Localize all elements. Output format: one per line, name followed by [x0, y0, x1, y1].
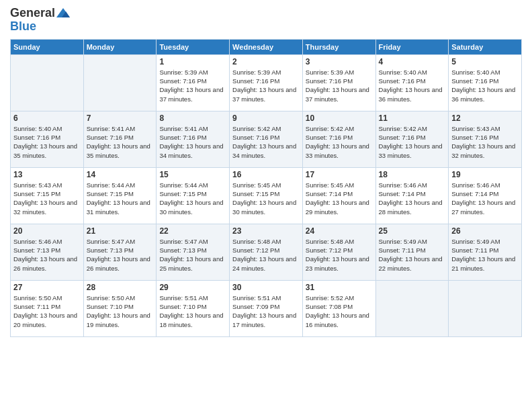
calendar-day-cell: 13Sunrise: 5:43 AMSunset: 7:15 PMDayligh… — [11, 167, 84, 224]
calendar-day-header: Friday — [375, 39, 449, 54]
calendar-day-cell: 19Sunrise: 5:46 AMSunset: 7:14 PMDayligh… — [449, 167, 522, 224]
calendar-day-cell: 22Sunrise: 5:47 AMSunset: 7:13 PMDayligh… — [157, 224, 230, 280]
calendar-day-cell: 17Sunrise: 5:45 AMSunset: 7:14 PMDayligh… — [302, 167, 375, 224]
day-info: Sunrise: 5:47 AMSunset: 7:13 PMDaylight:… — [159, 237, 226, 273]
day-info: Sunrise: 5:40 AMSunset: 7:16 PMDaylight:… — [13, 124, 81, 160]
day-number: 19 — [451, 170, 519, 179]
calendar-table: SundayMondayTuesdayWednesdayThursdayFrid… — [10, 39, 522, 337]
calendar-day-cell: 31Sunrise: 5:52 AMSunset: 7:08 PMDayligh… — [302, 280, 375, 336]
day-info: Sunrise: 5:39 AMSunset: 7:16 PMDaylight:… — [232, 68, 300, 103]
calendar-day-cell: 28Sunrise: 5:50 AMSunset: 7:10 PMDayligh… — [83, 280, 157, 336]
calendar-page: General Blue SundayMondayTuesdayWednesda… — [0, 0, 532, 411]
day-number: 11 — [379, 113, 446, 123]
calendar-day-header: Monday — [83, 39, 157, 54]
day-info: Sunrise: 5:47 AMSunset: 7:13 PMDaylight:… — [87, 237, 154, 273]
day-info: Sunrise: 5:42 AMSunset: 7:16 PMDaylight:… — [232, 124, 300, 160]
calendar-week-row: 1Sunrise: 5:39 AMSunset: 7:16 PMDaylight… — [11, 54, 522, 111]
calendar-day-cell: 16Sunrise: 5:45 AMSunset: 7:15 PMDayligh… — [230, 167, 303, 224]
calendar-day-cell: 26Sunrise: 5:49 AMSunset: 7:11 PMDayligh… — [449, 224, 522, 280]
calendar-day-cell: 18Sunrise: 5:46 AMSunset: 7:14 PMDayligh… — [375, 167, 449, 224]
day-info: Sunrise: 5:42 AMSunset: 7:16 PMDaylight:… — [306, 124, 373, 160]
day-number: 31 — [306, 283, 373, 292]
logo-blue: Blue — [10, 19, 36, 33]
calendar-day-cell: 12Sunrise: 5:43 AMSunset: 7:16 PMDayligh… — [449, 111, 522, 167]
calendar-day-header: Thursday — [302, 39, 375, 54]
calendar-day-header: Saturday — [449, 39, 522, 54]
day-info: Sunrise: 5:42 AMSunset: 7:16 PMDaylight:… — [379, 124, 446, 160]
calendar-day-header: Tuesday — [157, 39, 230, 54]
day-number: 21 — [87, 226, 154, 236]
day-info: Sunrise: 5:41 AMSunset: 7:16 PMDaylight:… — [87, 124, 154, 160]
calendar-day-cell: 27Sunrise: 5:50 AMSunset: 7:11 PMDayligh… — [11, 280, 84, 336]
calendar-week-row: 13Sunrise: 5:43 AMSunset: 7:15 PMDayligh… — [11, 167, 522, 224]
day-number: 8 — [159, 113, 226, 123]
day-number: 7 — [87, 113, 154, 123]
calendar-day-cell: 3Sunrise: 5:39 AMSunset: 7:16 PMDaylight… — [302, 54, 375, 111]
day-info: Sunrise: 5:46 AMSunset: 7:13 PMDaylight:… — [13, 237, 81, 273]
calendar-day-cell: 11Sunrise: 5:42 AMSunset: 7:16 PMDayligh… — [375, 111, 449, 167]
day-number: 10 — [306, 113, 373, 123]
calendar-day-cell: 29Sunrise: 5:51 AMSunset: 7:10 PMDayligh… — [157, 280, 230, 336]
day-number: 9 — [232, 113, 300, 123]
day-number: 18 — [379, 170, 446, 179]
day-number: 17 — [306, 170, 373, 179]
day-number: 14 — [87, 170, 154, 179]
day-info: Sunrise: 5:50 AMSunset: 7:11 PMDaylight:… — [13, 293, 81, 329]
day-info: Sunrise: 5:43 AMSunset: 7:16 PMDaylight:… — [451, 124, 519, 160]
day-info: Sunrise: 5:40 AMSunset: 7:16 PMDaylight:… — [379, 68, 446, 103]
day-info: Sunrise: 5:52 AMSunset: 7:08 PMDaylight:… — [306, 293, 373, 329]
day-number: 15 — [159, 170, 226, 179]
day-info: Sunrise: 5:49 AMSunset: 7:11 PMDaylight:… — [379, 237, 446, 273]
day-number: 25 — [379, 226, 446, 236]
day-info: Sunrise: 5:40 AMSunset: 7:16 PMDaylight:… — [451, 68, 519, 103]
calendar-day-cell: 20Sunrise: 5:46 AMSunset: 7:13 PMDayligh… — [11, 224, 84, 280]
calendar-day-cell: 14Sunrise: 5:44 AMSunset: 7:15 PMDayligh… — [83, 167, 157, 224]
calendar-day-header: Sunday — [11, 39, 84, 54]
day-number: 20 — [13, 226, 81, 236]
calendar-day-cell: 10Sunrise: 5:42 AMSunset: 7:16 PMDayligh… — [302, 111, 375, 167]
day-number: 6 — [13, 113, 81, 123]
day-number: 13 — [13, 170, 81, 179]
calendar-day-cell: 24Sunrise: 5:48 AMSunset: 7:12 PMDayligh… — [302, 224, 375, 280]
calendar-day-cell: 23Sunrise: 5:48 AMSunset: 7:12 PMDayligh… — [230, 224, 303, 280]
calendar-week-row: 20Sunrise: 5:46 AMSunset: 7:13 PMDayligh… — [11, 224, 522, 280]
day-info: Sunrise: 5:43 AMSunset: 7:15 PMDaylight:… — [13, 181, 81, 216]
day-info: Sunrise: 5:48 AMSunset: 7:12 PMDaylight:… — [306, 237, 373, 273]
calendar-header-row: SundayMondayTuesdayWednesdayThursdayFrid… — [11, 39, 522, 54]
calendar-day-cell: 6Sunrise: 5:40 AMSunset: 7:16 PMDaylight… — [11, 111, 84, 167]
calendar-day-cell: 30Sunrise: 5:51 AMSunset: 7:09 PMDayligh… — [230, 280, 303, 336]
day-number: 5 — [451, 57, 519, 66]
calendar-day-cell: 1Sunrise: 5:39 AMSunset: 7:16 PMDaylight… — [157, 54, 230, 111]
day-number: 26 — [451, 226, 519, 236]
calendar-day-cell: 25Sunrise: 5:49 AMSunset: 7:11 PMDayligh… — [375, 224, 449, 280]
logo: General Blue — [10, 7, 70, 34]
day-number: 16 — [232, 170, 300, 179]
calendar-week-row: 6Sunrise: 5:40 AMSunset: 7:16 PMDaylight… — [11, 111, 522, 167]
day-number: 12 — [451, 113, 519, 123]
day-number: 30 — [232, 283, 300, 292]
page-header: General Blue — [10, 7, 522, 34]
day-number: 2 — [232, 57, 300, 66]
calendar-day-cell: 2Sunrise: 5:39 AMSunset: 7:16 PMDaylight… — [230, 54, 303, 111]
calendar-day-cell: 8Sunrise: 5:41 AMSunset: 7:16 PMDaylight… — [157, 111, 230, 167]
day-info: Sunrise: 5:39 AMSunset: 7:16 PMDaylight:… — [306, 68, 373, 103]
day-number: 24 — [306, 226, 373, 236]
day-number: 27 — [13, 283, 81, 292]
calendar-day-cell — [11, 54, 84, 111]
day-info: Sunrise: 5:44 AMSunset: 7:15 PMDaylight:… — [87, 181, 154, 216]
calendar-day-cell: 15Sunrise: 5:44 AMSunset: 7:15 PMDayligh… — [157, 167, 230, 224]
day-info: Sunrise: 5:48 AMSunset: 7:12 PMDaylight:… — [232, 237, 300, 273]
calendar-day-cell — [83, 54, 157, 111]
day-info: Sunrise: 5:45 AMSunset: 7:15 PMDaylight:… — [232, 181, 300, 216]
calendar-day-cell: 21Sunrise: 5:47 AMSunset: 7:13 PMDayligh… — [83, 224, 157, 280]
calendar-day-cell: 9Sunrise: 5:42 AMSunset: 7:16 PMDaylight… — [230, 111, 303, 167]
day-info: Sunrise: 5:44 AMSunset: 7:15 PMDaylight:… — [159, 181, 226, 216]
day-info: Sunrise: 5:41 AMSunset: 7:16 PMDaylight:… — [159, 124, 226, 160]
calendar-week-row: 27Sunrise: 5:50 AMSunset: 7:11 PMDayligh… — [11, 280, 522, 336]
calendar-day-cell — [449, 280, 522, 336]
day-number: 4 — [379, 57, 446, 66]
day-number: 29 — [159, 283, 226, 292]
calendar-day-cell: 7Sunrise: 5:41 AMSunset: 7:16 PMDaylight… — [83, 111, 157, 167]
logo-icon — [56, 7, 70, 20]
day-number: 28 — [87, 283, 154, 292]
